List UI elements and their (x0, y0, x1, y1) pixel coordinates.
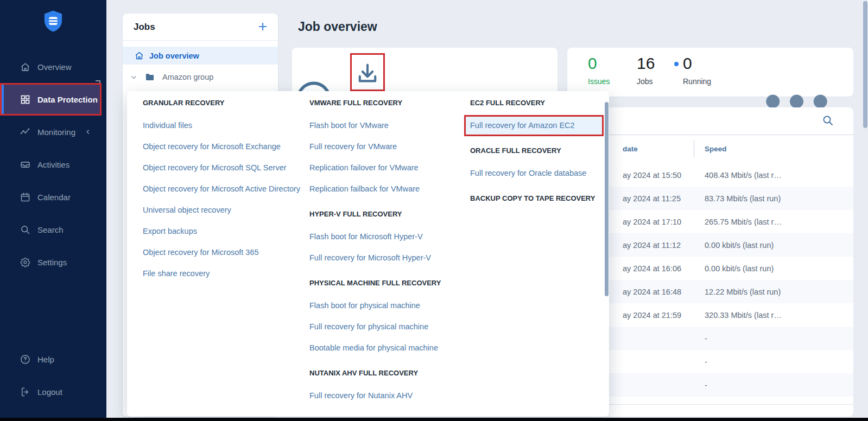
sidebar-item-label: Activities (37, 160, 69, 169)
stat-value: 16 (637, 54, 655, 73)
menu-section-header: ORACLE FULL RECOVERY (470, 140, 606, 161)
menu-item-bootable-media-physical[interactable]: Bootable media for physical machine (309, 337, 461, 359)
sidebar-item-search[interactable]: Search (0, 213, 106, 246)
cell-speed: - (705, 334, 707, 343)
toolbar: Run/Stop Recover Manage (292, 48, 557, 95)
folder-icon (144, 72, 155, 82)
calendar-icon (20, 192, 31, 203)
sidebar-item-help[interactable]: Help (0, 343, 106, 375)
search-icon[interactable] (821, 114, 834, 127)
menu-item-full-recovery-nutanix[interactable]: Full recovery for Nutanix AHV (309, 385, 461, 406)
menu-item-full-recovery-amazon-ec2[interactable]: Full recovery for Amazon EC2 (464, 115, 604, 136)
jobs-panel-title: Jobs (134, 22, 155, 33)
sidebar-item-label: Data Protection (37, 95, 98, 104)
menu-section-header: EC2 FULL RECOVERY (470, 92, 606, 113)
column-header-speed[interactable]: Speed (705, 145, 727, 153)
sidebar-item-logout[interactable]: Logout (0, 375, 106, 408)
column-header-date[interactable]: date (623, 145, 638, 153)
table-row[interactable]: ay 2024 at 21:59 320.33 Mbit/s (last r… (596, 303, 853, 327)
cell-date: ay 2024 at 16:48 (623, 288, 694, 296)
recover-button[interactable]: Recover (350, 53, 385, 91)
sidebar-item-settings[interactable]: Settings (0, 246, 106, 278)
table-row[interactable]: ay 2024 at 16:48 12.22 Mbit/s (last run) (596, 280, 853, 303)
stat-label: Jobs (637, 77, 655, 86)
menu-item-replication-failback-vmware[interactable]: Replication failback for VMware (309, 178, 461, 200)
stat-running[interactable]: 0 Running (683, 54, 711, 86)
table-row[interactable]: - (596, 373, 853, 397)
jobs-item-job-overview[interactable]: Job overview (123, 47, 278, 65)
menu-item-object-recovery-exchange[interactable]: Object recovery for Microsoft Exchange (143, 136, 303, 157)
menu-item-object-recovery-sql[interactable]: Object recovery for Microsoft SQL Server (143, 157, 303, 178)
dropdown-scrollbar[interactable] (605, 102, 609, 296)
menu-item-flash-boot-vmware[interactable]: Flash boot for VMware (309, 115, 461, 136)
divider (596, 135, 853, 135)
menu-column-full-recovery: VMWARE FULL RECOVERY Flash boot for VMwa… (309, 92, 461, 406)
jobs-item-label: Job overview (149, 52, 199, 60)
sidebar-item-label: Monitoring (37, 127, 75, 137)
chevron-down-icon[interactable] (130, 73, 138, 81)
cell-date: ay 2024 at 15:50 (623, 171, 694, 180)
home-icon (20, 61, 31, 73)
divider (596, 404, 853, 405)
app-logo-shield-icon (41, 9, 66, 34)
cell-speed: 83.73 Mbit/s (last run) (705, 194, 781, 203)
add-job-button[interactable]: + (258, 18, 267, 35)
sidebar-item-data-protection[interactable]: Data Protection (0, 83, 102, 116)
sidebar-item-overview[interactable]: Overview (0, 50, 106, 83)
jobs-item-label: Amazon group (162, 73, 213, 81)
sidebar: Overview Data Protection Monitoring Acti… (0, 0, 106, 421)
menu-item-full-recovery-oracle[interactable]: Full recovery for Oracle database (470, 163, 606, 184)
menu-section-header: BACKUP COPY TO TAPE RECOVERY (470, 188, 606, 209)
menu-item-full-recovery-vmware[interactable]: Full recovery for VMware (309, 136, 461, 157)
cell-speed: 320.33 Mbit/s (last r… (705, 311, 782, 320)
jobs-panel-header: Jobs + (123, 14, 278, 41)
table-row[interactable]: ay 2024 at 15:50 408.43 Mbit/s (last r… (596, 163, 853, 187)
sidebar-item-monitoring[interactable]: Monitoring (0, 116, 106, 148)
cell-speed: 265.75 Mbit/s (last r… (705, 218, 782, 226)
sidebar-item-activities[interactable]: Activities (0, 148, 106, 181)
sidebar-item-label: Calendar (37, 193, 71, 202)
menu-item-file-share-recovery[interactable]: File share recovery (143, 263, 303, 284)
cell-date: ay 2024 at 21:59 (623, 311, 694, 320)
bottom-edge (0, 418, 868, 421)
grid-icon (20, 94, 31, 105)
sidebar-item-calendar[interactable]: Calendar (0, 181, 106, 213)
menu-item-export-backups[interactable]: Export backups (143, 221, 303, 242)
stats-card: 0 Issues 16 Jobs 0 Running More (567, 48, 853, 97)
menu-item-universal-object-recovery[interactable]: Universal object recovery (143, 200, 303, 221)
table-row[interactable]: - (596, 350, 853, 373)
menu-item-flash-boot-physical[interactable]: Flash boot for physical machine (309, 295, 461, 316)
table-row[interactable]: - (596, 327, 853, 350)
sidebar-nav: Overview Data Protection Monitoring Acti… (0, 50, 106, 278)
sidebar-item-label: Overview (37, 62, 72, 72)
menu-item-full-recovery-physical[interactable]: Full recovery for physical machine (309, 316, 461, 337)
cell-speed: 408.43 Mbit/s (last r… (705, 171, 782, 180)
table-row[interactable]: ay 2024 at 16:06 0.00 kbit/s (last run) (596, 257, 853, 280)
menu-item-object-recovery-ad[interactable]: Object recovery for Microsoft Active Dir… (143, 178, 303, 200)
menu-item-individual-files[interactable]: Individual files (143, 115, 303, 136)
menu-section-header: HYPER-V FULL RECOVERY (309, 203, 461, 225)
chevron-left-icon[interactable] (84, 128, 92, 136)
table-row[interactable]: ay 2024 at 17:10 265.75 Mbit/s (last r… (596, 210, 853, 233)
column-separator (694, 140, 694, 157)
table-row[interactable]: ay 2024 at 11:25 83.73 Mbit/s (last run) (596, 187, 853, 210)
menu-item-flash-boot-hyperv[interactable]: Flash boot for Microsoft Hyper-V (309, 226, 461, 247)
sidebar-item-label: Settings (37, 258, 67, 267)
menu-column-cloud: EC2 FULL RECOVERY Full recovery for Amaz… (470, 92, 606, 210)
menu-section-header: PHYSICAL MACHINE FULL RECOVERY (309, 272, 461, 294)
logout-icon (20, 386, 31, 398)
search-icon (20, 224, 31, 235)
stat-jobs[interactable]: 16 Jobs (637, 54, 655, 86)
menu-item-full-recovery-hyperv[interactable]: Full recovery for Microsoft Hyper-V (309, 247, 461, 269)
monitoring-icon (20, 126, 31, 138)
table-row[interactable]: ay 2024 at 11:12 0.00 kbit/s (last run) (596, 233, 853, 257)
menu-item-replication-failover-vmware[interactable]: Replication failover for VMware (309, 157, 461, 178)
sidebar-item-label: Help (37, 355, 54, 364)
menu-item-object-recovery-m365[interactable]: Object recovery for Microsoft 365 (143, 242, 303, 263)
stat-issues[interactable]: 0 Issues (588, 54, 610, 86)
cell-speed: 0.00 kbit/s (last run) (705, 264, 774, 273)
settings-icon (20, 257, 31, 268)
window-scrollbar[interactable] (863, 1, 867, 128)
cell-speed: 0.00 kbit/s (last run) (705, 241, 774, 250)
jobs-item-amazon-group[interactable]: Amazon group (123, 68, 278, 86)
